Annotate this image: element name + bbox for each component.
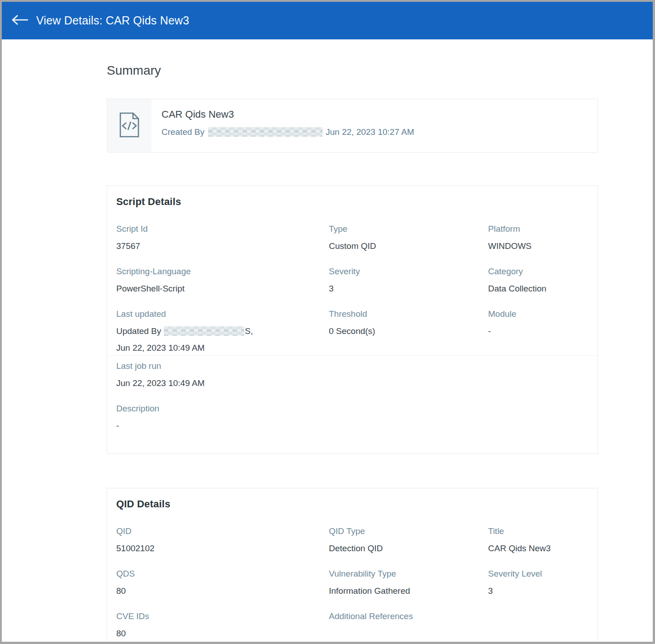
field-label: Severity Level [488,569,542,579]
appbar: View Details: CAR Qids New3 [2,2,653,39]
field-label: Description [116,404,159,414]
field-value: PowerShell-Script [116,283,191,294]
created-date: Jun 22, 2023 10:27 AM [326,127,414,137]
field-value: Detection QID [329,543,383,553]
script-icon-box [107,99,152,152]
field-threshold: Threshold 0 Second(s) [329,309,375,336]
created-by-label: Created By [161,127,204,137]
field-value: Data Collection [488,283,546,294]
field-value: 3 [488,586,542,596]
code-script-icon [119,112,140,140]
field-last-job-run: Last job run Jun 22, 2023 10:49 AM [116,361,204,388]
field-label: Module [488,309,516,319]
updated-date: Jun 22, 2023 10:49 AM [116,343,253,353]
field-platform: Platform WINDOWS [488,224,532,251]
field-cve-ids: CVE IDs 80 [116,611,149,639]
field-label: Category [488,267,546,277]
field-value: 3 [329,283,360,294]
field-type: Type Custom QID [329,224,376,251]
field-value: Information Gathered [329,586,410,596]
field-scripting-language: Scripting-Language PowerShell-Script [116,267,191,294]
field-value: Custom QID [329,241,376,251]
field-label: Title [488,526,551,536]
field-last-updated: Last updated Updated ByS, Jun 22, 2023 1… [116,309,253,353]
field-severity-level: Severity Level 3 [488,569,542,596]
screenshot-frame: View Details: CAR Qids New3 Summary CAR … [0,0,655,644]
script-name: CAR Qids New3 [161,109,234,120]
field-value: 80 [116,628,149,639]
field-module: Module - [488,309,516,336]
field-label: QDS [116,569,135,579]
app-window: View Details: CAR Qids New3 Summary CAR … [2,2,653,642]
created-by-line: Created ByJun 22, 2023 10:27 AM [161,127,414,137]
field-value: 0 Second(s) [329,326,375,336]
updated-by-prefix: Updated By [116,326,161,336]
redacted-updater-name [164,326,244,336]
qid-details-card: QID Details QID 51002102 QID Type Detect… [107,488,598,642]
field-label: Platform [488,224,532,234]
field-qds: QDS 80 [116,569,135,596]
field-vulnerability-type: Vulnerability Type Information Gathered [329,569,410,596]
qid-details-heading: QID Details [116,498,171,510]
field-script-id: Script Id 37567 [116,224,148,251]
script-details-heading: Script Details [116,196,181,208]
field-label: Severity [329,267,360,277]
field-label: Threshold [329,309,375,319]
field-label: Type [329,224,376,234]
field-category: Category Data Collection [488,267,546,294]
field-value: Jun 22, 2023 10:49 AM [116,378,204,388]
field-value: 80 [116,586,135,596]
field-label: Last job run [116,361,204,371]
summary-heading: Summary [107,63,161,78]
field-label: Script Id [116,224,148,234]
script-details-card: Script Details Script Id 37567 Type Cust… [107,186,598,356]
field-value: CAR Qids New3 [488,543,551,553]
field-value: Updated ByS, [116,326,253,336]
updated-by-suffix: S, [245,326,253,336]
page-title: View Details: CAR Qids New3 [36,14,189,27]
field-value: - [116,420,159,431]
redacted-creator-name [208,127,323,137]
field-value: WINDOWS [488,241,532,251]
field-qid-type: QID Type Detection QID [329,526,383,553]
field-label: Scripting-Language [116,267,191,277]
run-details-card: Last job run Jun 22, 2023 10:49 AM Descr… [107,356,598,454]
field-label: Vulnerability Type [329,569,410,579]
field-qid: QID 51002102 [116,526,155,553]
field-value: - [488,326,516,336]
field-severity: Severity 3 [329,267,360,294]
summary-card: CAR Qids New3 Created ByJun 22, 2023 10:… [107,99,598,153]
field-value: 37567 [116,241,148,251]
field-label: Last updated [116,309,253,319]
field-additional-references: Additional References [329,611,413,628]
field-label: QID Type [329,526,383,536]
field-label: CVE IDs [116,611,149,621]
back-button[interactable] [10,13,30,29]
field-title: Title CAR Qids New3 [488,526,551,553]
field-value: 51002102 [116,543,155,553]
field-description: Description - [116,404,159,431]
field-label: Additional References [329,611,413,621]
arrow-left-icon [11,14,29,27]
field-label: QID [116,526,155,536]
